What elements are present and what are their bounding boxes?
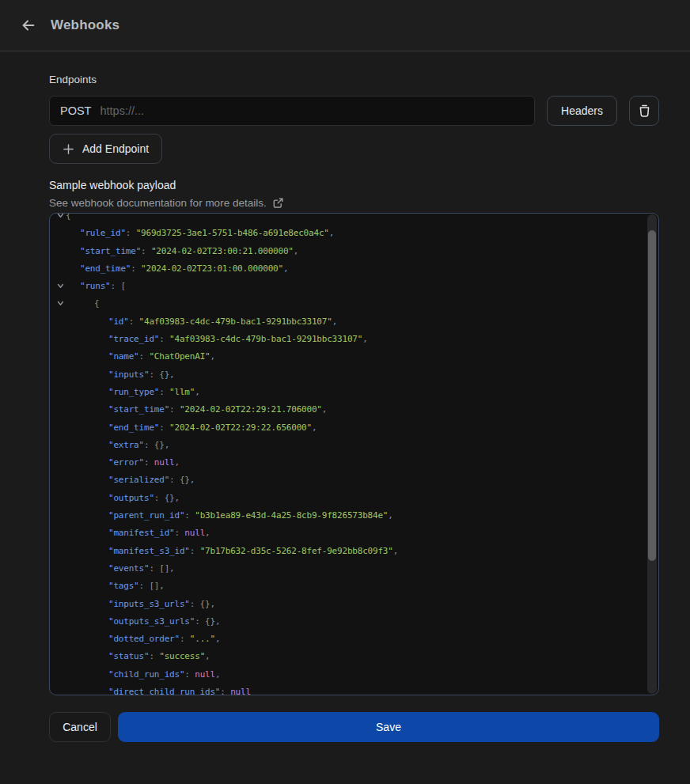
headers-button[interactable]: Headers <box>547 96 617 126</box>
code-line: "end_time": "2024-02-02T23:01:00.000000"… <box>50 260 658 278</box>
code-scrollbar-thumb[interactable] <box>648 230 656 561</box>
code-line: "run_type": "llm", <box>50 384 658 401</box>
http-method-label: POST <box>60 104 91 117</box>
arrow-left-icon <box>20 17 37 34</box>
code-content: {"rule_id": "969d3725-3ae1-5751-b486-a69… <box>50 213 658 695</box>
code-line: { <box>50 295 658 312</box>
add-endpoint-button[interactable]: Add Endpoint <box>49 134 162 164</box>
code-line: "trace_id": "4af03983-c4dc-479b-bac1-929… <box>50 331 658 348</box>
code-line: "manifest_s3_id": "7b17b632-d35c-5262-8f… <box>50 543 658 560</box>
add-endpoint-label: Add Endpoint <box>82 142 149 155</box>
endpoint-url-field[interactable]: POST <box>49 96 535 126</box>
webhooks-panel: Endpoints POST Headers Add Endpoint Samp… <box>0 74 690 742</box>
footer-actions: Cancel Save <box>49 712 659 742</box>
code-line: "outputs": {}, <box>50 490 658 507</box>
external-link-icon <box>272 197 284 209</box>
code-line: "status": "success", <box>50 648 658 665</box>
code-line: "inputs_s3_urls": {}, <box>50 596 658 613</box>
code-line: "id": "4af03983-c4dc-479b-bac1-9291bbc33… <box>50 313 658 331</box>
code-line: "manifest_id": null, <box>50 525 658 542</box>
plus-icon <box>63 143 74 155</box>
code-line: "extra": {}, <box>50 437 658 454</box>
save-button[interactable]: Save <box>118 712 659 742</box>
code-line: "rule_id": "969d3725-3ae1-5751-b486-a691… <box>50 225 658 242</box>
webhook-docs-link[interactable]: See webhook documentation for more detai… <box>49 197 284 209</box>
trash-icon <box>638 104 651 118</box>
code-line: "direct_child_run_ids": null <box>50 684 658 695</box>
code-line: "end_time": "2024-02-02T22:29:22.656000"… <box>50 419 658 437</box>
delete-endpoint-button[interactable] <box>629 96 659 126</box>
code-line: { <box>50 213 658 225</box>
endpoints-label: Endpoints <box>49 74 659 85</box>
code-line: "dotted_order": "...", <box>50 631 658 648</box>
fold-chevron-icon[interactable] <box>56 282 65 290</box>
code-line: "tags": [], <box>50 578 658 595</box>
code-line: "events": [], <box>50 560 658 578</box>
cancel-button[interactable]: Cancel <box>49 712 111 742</box>
docs-link-text: See webhook documentation for more detai… <box>49 197 267 209</box>
code-line: "parent_run_id": "b3b1ea89-e43d-4a25-8cb… <box>50 507 658 525</box>
back-button[interactable] <box>17 14 40 36</box>
code-line: "serialized": {}, <box>50 472 658 489</box>
page-title: Webhooks <box>51 17 119 33</box>
code-line: "child_run_ids": null, <box>50 666 658 684</box>
code-line: "runs": [ <box>50 278 658 295</box>
code-line: "outputs_s3_urls": {}, <box>50 613 658 631</box>
code-line: "inputs": {}, <box>50 366 658 384</box>
fold-chevron-icon[interactable] <box>56 213 65 220</box>
code-line: "start_time": "2024-02-02T23:00:21.00000… <box>50 243 658 260</box>
code-line: "start_time": "2024-02-02T22:29:21.70600… <box>50 401 658 419</box>
code-line: "error": null, <box>50 454 658 472</box>
fold-chevron-icon[interactable] <box>56 299 65 308</box>
payload-code-editor[interactable]: {"rule_id": "969d3725-3ae1-5751-b486-a69… <box>49 213 659 695</box>
payload-title: Sample webhook payload <box>49 179 659 191</box>
endpoint-row: POST Headers <box>49 96 659 126</box>
top-bar: Webhooks <box>0 0 690 51</box>
code-line: "name": "ChatOpenAI", <box>50 348 658 365</box>
code-scrollbar-track[interactable] <box>647 214 657 694</box>
endpoint-url-input[interactable] <box>100 104 524 117</box>
